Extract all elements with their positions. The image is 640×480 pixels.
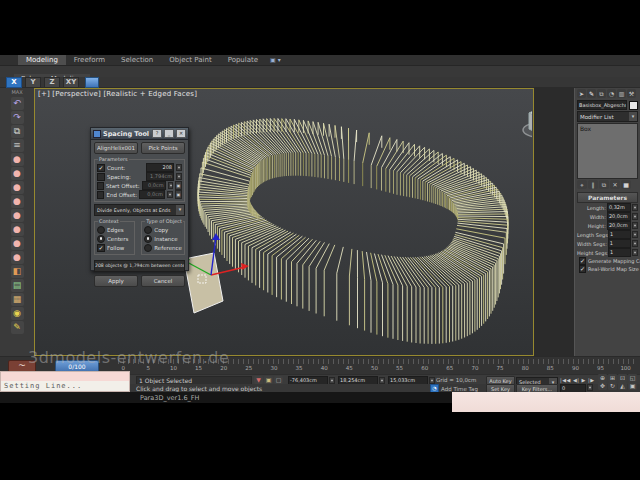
select-object-icon[interactable]: ● — [11, 153, 24, 166]
axis-y-button[interactable]: Y — [25, 77, 41, 88]
spacing-checkbox[interactable] — [97, 173, 105, 181]
offset-mode-icon[interactable]: ▢ — [274, 376, 283, 384]
show-end-result-icon[interactable]: ‖ — [588, 180, 598, 189]
end-offset-field[interactable]: 0,0cm — [139, 190, 165, 199]
coord-z-spinner[interactable] — [429, 377, 435, 384]
length-spinner[interactable] — [632, 204, 638, 211]
pin-stack-icon[interactable]: ⌖ — [577, 180, 587, 189]
height-field[interactable]: 20,0cm — [607, 221, 631, 230]
frame-spinner[interactable] — [587, 384, 593, 391]
unlink-selection-icon[interactable]: ≡ — [11, 139, 24, 152]
width-field[interactable]: 20,0cm — [607, 212, 631, 221]
display-tab-icon[interactable]: ▥ — [617, 89, 626, 98]
axis-xy-button[interactable]: XY — [63, 77, 79, 88]
edges-radio[interactable] — [97, 226, 105, 234]
coord-y-spinner[interactable] — [379, 377, 385, 384]
chevron-down-icon[interactable]: ▾ — [629, 112, 637, 121]
mirror-icon[interactable]: ◧ — [11, 265, 24, 278]
end-offset-spinner[interactable] — [167, 191, 173, 198]
select-and-rotate-icon[interactable]: ● — [11, 223, 24, 236]
orbit-icon[interactable]: ↻ — [608, 382, 617, 390]
real-world-map-checkbox[interactable] — [579, 265, 586, 273]
axis-x-button[interactable]: X — [6, 77, 22, 88]
ribbon-tab-selection[interactable]: Selection — [113, 55, 161, 65]
reference-coordinate-icon[interactable]: ● — [11, 251, 24, 264]
zoom-icon[interactable]: ⊕ — [598, 374, 607, 382]
width-spinner[interactable] — [632, 213, 638, 220]
spacing-spinner[interactable] — [176, 173, 182, 180]
render-setup-icon[interactable]: ✎ — [11, 321, 24, 334]
object-name-field[interactable]: Basisbox_Abgeschraegt — [577, 100, 627, 110]
taskbar-window-title[interactable]: Para3D_ver1.6_FH — [140, 394, 199, 402]
remove-modifier-icon[interactable]: ✕ — [610, 180, 620, 189]
ribbon-overflow-icon[interactable]: ▣ ▾ — [266, 55, 285, 65]
select-and-move-icon[interactable]: ● — [11, 209, 24, 222]
zoom-extents-icon[interactable]: ⊡ — [618, 374, 627, 382]
spacing-mode-dropdown[interactable]: Divide Evenly, Objects at Ends ▾ — [94, 204, 185, 216]
follow-checkbox[interactable] — [97, 244, 105, 252]
copy-radio[interactable] — [144, 226, 152, 234]
make-unique-icon[interactable]: ⧉ — [599, 180, 609, 189]
ribbon-tab-freeform[interactable]: Freeform — [66, 55, 113, 65]
pan-icon[interactable]: ✥ — [598, 382, 607, 390]
utilities-tab-icon[interactable]: ⚒ — [627, 89, 636, 98]
select-by-name-icon[interactable]: ● — [11, 167, 24, 180]
axis-z-button[interactable]: Z — [44, 77, 60, 88]
count-spinner[interactable] — [176, 164, 182, 171]
rectangular-selection-region-icon[interactable]: ● — [11, 181, 24, 194]
width-segs-spinner[interactable] — [632, 240, 638, 247]
minimize-button[interactable]: _ — [164, 129, 174, 138]
modify-tab-icon[interactable]: ✎ — [587, 89, 596, 98]
configure-modifier-sets-icon[interactable]: ▦ — [621, 180, 631, 189]
ribbon-tab-populate[interactable]: Populate — [220, 55, 266, 65]
start-offset-spinner[interactable] — [168, 182, 173, 189]
create-tab-icon[interactable]: ➤ — [577, 89, 586, 98]
generate-mapping-checkbox[interactable] — [579, 257, 586, 265]
selection-lock-icon[interactable]: ▼ — [254, 376, 263, 384]
redo-icon[interactable]: ↷ — [11, 111, 24, 124]
parameters-rollout-header[interactable]: Parameters — [577, 192, 638, 203]
width-segs-field[interactable]: 1 — [608, 239, 631, 248]
height-spinner[interactable] — [632, 222, 638, 229]
grid-snap-icon[interactable] — [85, 77, 99, 88]
window-crossing-icon[interactable]: ● — [11, 195, 24, 208]
layer-manager-icon[interactable]: ▤ — [11, 279, 24, 292]
height-segs-field[interactable]: 1 — [608, 248, 631, 257]
height-segs-spinner[interactable] — [632, 249, 638, 256]
dialog-titlebar[interactable]: Spacing Tool ? _ ✕ — [91, 128, 188, 140]
help-button[interactable]: ? — [152, 129, 162, 138]
count-field[interactable]: 208 — [146, 163, 174, 172]
curve-editor-icon[interactable]: ▦ — [11, 293, 24, 306]
pick-points-button[interactable]: Pick Points — [141, 142, 185, 154]
maximize-viewport-icon[interactable]: ▣ — [628, 382, 637, 390]
pick-path-button[interactable]: AlignHelix001 — [94, 142, 138, 154]
instance-radio[interactable] — [144, 235, 152, 243]
cancel-button[interactable]: Cancel — [141, 275, 185, 287]
start-offset-field[interactable]: 0,0cm — [142, 181, 166, 190]
hierarchy-tab-icon[interactable]: ⧉ — [597, 89, 606, 98]
spacing-tool-dialog[interactable]: Spacing Tool ? _ ✕ AlignHelix001 Pick Po… — [90, 127, 189, 271]
length-segs-field[interactable]: 1 — [608, 230, 631, 239]
material-editor-icon[interactable]: ◉ — [11, 307, 24, 320]
absolute-mode-icon[interactable]: ▣ — [264, 376, 273, 384]
length-field[interactable]: 0,32m — [607, 203, 631, 212]
zoom-all-icon[interactable]: ⊞ — [608, 374, 617, 382]
start-offset-lock-icon[interactable]: ▣ — [175, 181, 182, 190]
apply-button[interactable]: Apply — [94, 275, 138, 287]
ribbon-tab-modeling[interactable]: Modeling — [18, 55, 66, 65]
chevron-down-icon[interactable]: ▾ — [176, 205, 184, 215]
select-and-link-icon[interactable]: ⧉ — [11, 125, 24, 138]
end-offset-checkbox[interactable] — [97, 191, 104, 199]
modifier-list-dropdown[interactable]: Modifier List ▾ — [577, 111, 638, 122]
playback-controls[interactable]: |◀◀ ◀| ▶ |▶ — [560, 377, 595, 383]
modifier-stack[interactable]: Box — [577, 123, 638, 179]
zoom-region-icon[interactable]: ◱ — [628, 374, 637, 382]
reference-radio[interactable] — [144, 244, 152, 252]
fov-icon[interactable]: ◭ — [618, 382, 627, 390]
centers-radio[interactable] — [97, 235, 105, 243]
end-offset-lock-icon[interactable]: ▣ — [175, 190, 182, 199]
motion-tab-icon[interactable]: ◔ — [607, 89, 616, 98]
undo-icon[interactable]: ↶ — [11, 97, 24, 110]
stack-entry-box[interactable]: Box — [578, 124, 637, 133]
start-offset-checkbox[interactable] — [97, 182, 104, 190]
